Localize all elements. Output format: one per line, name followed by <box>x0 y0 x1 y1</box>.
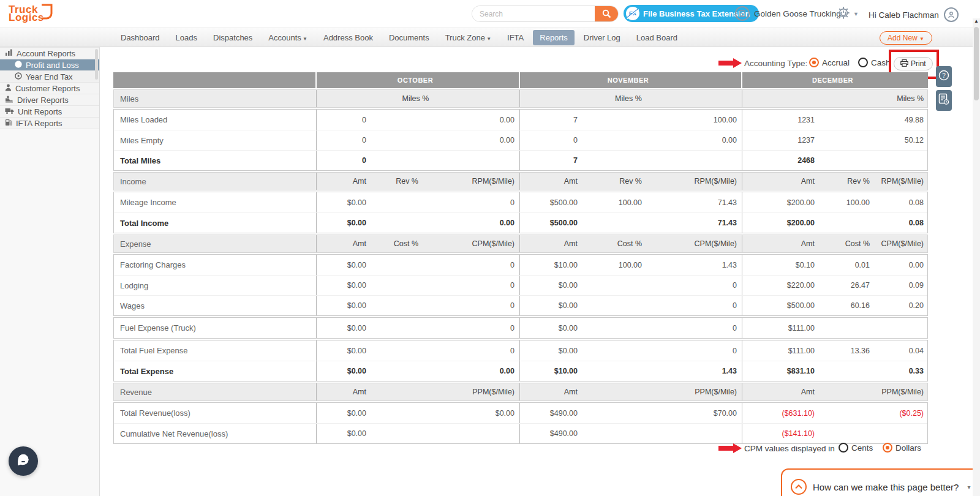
report-history-button[interactable] <box>936 90 952 111</box>
sidebar-item-account-reports[interactable]: Account Reports <box>0 48 99 59</box>
value-cell <box>875 318 929 338</box>
section-header-miles: MilesMiles %Miles %Miles % <box>113 89 928 108</box>
sub-header: Amt <box>316 173 371 190</box>
sidebar-item-ifta-reports[interactable]: IFTA Reports <box>0 118 99 129</box>
sidebar-item-profit-and-loss[interactable]: Profit and Loss <box>0 59 99 71</box>
table-group: Fuel Expense (Truck)$0.000$0.000$111.00 <box>113 317 928 339</box>
sidebar-item-label: Year End Tax <box>26 72 73 81</box>
table-row-mileage-income: Mileage Income$0.000$500.00100.0071.43$2… <box>114 192 927 212</box>
value-cell <box>820 424 875 443</box>
value-cell: $220.00 <box>742 276 820 295</box>
table-row-total-miles: Total Miles072468 <box>114 150 927 170</box>
trucklogics-logo[interactable]: Truck Logics <box>9 2 61 24</box>
value-cell: $0.00 <box>519 276 582 295</box>
sidebar-item-driver-reports[interactable]: Driver Reports <box>0 94 99 106</box>
value-cell: 0.01 <box>820 255 875 275</box>
nav-item-documents[interactable]: Documents <box>382 30 436 45</box>
nav-item-dispatches[interactable]: Dispatches <box>206 30 259 45</box>
settings-menu[interactable]: ▼ <box>837 6 859 22</box>
value-cell: $0.00 <box>316 296 371 315</box>
sub-header: Amt <box>742 235 820 252</box>
value-cell: 0 <box>647 340 742 361</box>
value-cell: $0.00 <box>316 213 371 233</box>
scrollbar-thumb[interactable] <box>974 27 979 100</box>
row-label: Factoring Charges <box>114 255 316 275</box>
svg-text:?: ? <box>942 72 946 79</box>
scroll-up-arrow-icon[interactable]: ▲ <box>974 18 979 24</box>
row-label: Miles Empty <box>114 130 316 150</box>
value-cell <box>371 192 423 212</box>
nav-item-load-board[interactable]: Load Board <box>630 30 684 45</box>
row-label: Mileage Income <box>114 192 316 212</box>
user-menu[interactable]: Hi Caleb Flachman <box>869 7 959 22</box>
table-row-factoring-charges: Factoring Charges$0.000$10.00100.001.43$… <box>114 255 927 275</box>
print-button[interactable]: Print <box>894 57 933 70</box>
search-button[interactable] <box>595 6 618 22</box>
value-cell <box>582 318 647 338</box>
value-cell <box>371 403 423 423</box>
feedback-text: How can we make this page better? <box>813 482 959 492</box>
sub-header: Amt <box>316 235 371 252</box>
feedback-widget[interactable]: How can we make this page better? ▾ <box>781 468 980 496</box>
value-cell: 0 <box>647 276 742 295</box>
row-label: Total Expense <box>114 361 316 381</box>
nav-item-address-book[interactable]: Address Book <box>317 30 380 45</box>
sidebar-scrollbar[interactable] <box>95 49 98 80</box>
cash-radio[interactable]: Cash <box>858 58 891 67</box>
help-button[interactable]: ? <box>936 66 952 87</box>
sub-header: RPM($/Mile) <box>423 173 519 190</box>
value-cell: 0.08 <box>875 192 929 212</box>
nav-item-driver-log[interactable]: Driver Log <box>577 30 627 45</box>
bar-chart-icon <box>5 49 13 58</box>
annotation-arrow-icon <box>718 443 742 453</box>
nav-item-dashboard[interactable]: Dashboard <box>114 30 167 45</box>
printer-icon <box>900 59 908 69</box>
sub-header <box>371 383 423 400</box>
value-cell <box>371 255 423 275</box>
dollars-radio[interactable]: Dollars <box>883 443 921 453</box>
nav-item-ifta[interactable]: IFTA <box>500 30 530 45</box>
building-icon <box>735 6 750 21</box>
value-cell: ($0.25) <box>875 403 929 423</box>
chat-launcher[interactable] <box>9 446 38 476</box>
sub-header: Cost % <box>371 235 423 252</box>
nav-item-reports[interactable]: Reports <box>533 30 575 45</box>
value-cell <box>423 151 519 170</box>
search-bar <box>472 6 619 22</box>
value-cell: 0 <box>316 130 371 150</box>
report-toolbar: Accounting Type: Accrual Cash Print <box>100 52 933 70</box>
sidebar-item-unit-reports[interactable]: Unit Reports <box>0 106 99 118</box>
search-input[interactable] <box>472 6 595 21</box>
section-label: Expense <box>114 235 316 252</box>
logo-text: Truck Logics <box>9 6 44 21</box>
cents-radio[interactable]: Cents <box>839 443 873 453</box>
nav-item-loads[interactable]: Loads <box>169 30 204 45</box>
value-cell: $0.00 <box>316 318 371 338</box>
table-row-cumulative-net-revenue-loss-: Cumulative Net Revenue(loss)$0.00$490.00… <box>114 423 927 443</box>
sidebar-item-year-end-tax[interactable]: Year End Tax <box>0 71 99 83</box>
value-cell: 0 <box>316 110 371 130</box>
sub-header: Amt <box>316 383 371 400</box>
sub-header: CPM($/Mile) <box>647 235 742 252</box>
value-cell: 0 <box>423 192 519 212</box>
sidebar-item-label: Customer Reports <box>15 84 80 93</box>
value-cell <box>371 276 423 295</box>
table-group: Factoring Charges$0.000$10.00100.001.43$… <box>113 254 928 316</box>
nav-item-accounts[interactable]: Accounts ▼ <box>262 30 314 45</box>
value-cell: 0 <box>423 340 519 361</box>
company-switcher[interactable]: Golden Goose Trucking <box>735 6 841 21</box>
value-cell <box>820 361 875 381</box>
chevron-down-icon: ▾ <box>967 484 970 490</box>
accrual-radio[interactable]: Accrual <box>809 58 850 67</box>
table-group: Total Fuel Expense$0.000$0.000$111.0013.… <box>113 340 928 381</box>
value-cell: 0 <box>423 255 519 275</box>
sub-header: Miles % <box>519 90 742 107</box>
value-cell: 49.88 <box>875 110 929 130</box>
sidebar-item-customer-reports[interactable]: Customer Reports <box>0 83 99 94</box>
value-cell: $500.00 <box>742 296 820 315</box>
add-new-button[interactable]: Add New ▼ <box>880 31 932 45</box>
nav-item-truck-zone[interactable]: Truck Zone ▼ <box>439 30 498 45</box>
table-row-total-income: Total Income$0.000.00$500.0071.43$200.00… <box>114 212 927 233</box>
value-cell: 0.00 <box>423 213 519 233</box>
value-cell: $500.00 <box>519 213 582 233</box>
